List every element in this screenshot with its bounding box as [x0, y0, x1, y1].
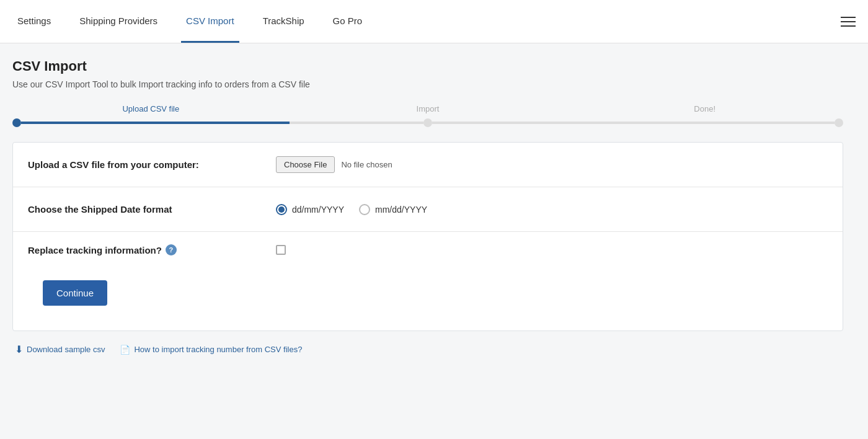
step-import-track: [290, 118, 567, 127]
download-csv-label: Download sample csv: [27, 345, 105, 354]
footer-links: ⬇ Download sample csv 📄 How to import tr…: [12, 344, 843, 355]
replace-tracking-row: Replace tracking information? ? Continue: [13, 232, 843, 330]
replace-tracking-label-text: Replace tracking information?: [28, 245, 162, 255]
menu-icon[interactable]: [841, 17, 856, 27]
steps-progress: Upload CSV file Import Done!: [12, 104, 843, 127]
replace-tracking-content: [276, 245, 286, 255]
step-done-track: [566, 118, 843, 127]
page-title: CSV Import: [12, 58, 843, 74]
step-done-line-left: [566, 122, 835, 124]
nav-tab-csv-import[interactable]: CSV Import: [181, 0, 239, 43]
nav-tab-shipping-providers[interactable]: Shipping Providers: [74, 0, 162, 43]
choose-file-button[interactable]: Choose File: [276, 156, 335, 173]
document-icon: 📄: [120, 345, 130, 355]
download-icon: ⬇: [15, 344, 23, 355]
nav-tab-settings[interactable]: Settings: [12, 0, 56, 43]
page-subtitle: Use our CSV Import Tool to bulk Import t…: [12, 79, 843, 89]
file-input-wrapper: Choose File No file chosen: [276, 156, 392, 173]
step-import: Import: [290, 104, 567, 127]
step-upload-line-right: [21, 122, 290, 124]
date-format-content: dd/mm/YYYY mm/dd/YYYY: [276, 204, 427, 215]
csv-import-card: Upload a CSV file from your computer: Ch…: [12, 142, 843, 331]
radio-dmy[interactable]: dd/mm/YYYY: [276, 204, 344, 215]
replace-tracking-label: Replace tracking information? ?: [28, 244, 276, 255]
nav-tab-go-pro[interactable]: Go Pro: [328, 0, 368, 43]
nav-tab-trackship[interactable]: TrackShip: [258, 0, 309, 43]
step-done-dot: [835, 118, 843, 127]
continue-button[interactable]: Continue: [43, 280, 107, 306]
step-upload: Upload CSV file: [12, 104, 290, 127]
date-format-label: Choose the Shipped Date format: [28, 204, 276, 215]
radio-dmy-label: dd/mm/YYYY: [292, 205, 344, 215]
step-import-line-left: [290, 122, 423, 124]
step-import-label: Import: [417, 104, 440, 113]
help-icon[interactable]: ?: [166, 244, 177, 255]
how-to-import-link[interactable]: 📄 How to import tracking number from CSV…: [120, 345, 302, 355]
step-done: Done!: [566, 104, 843, 127]
radio-mdy-label: mm/dd/YYYY: [375, 205, 427, 215]
step-upload-dot: [12, 118, 21, 127]
replace-tracking-checkbox[interactable]: [276, 245, 286, 255]
no-file-text: No file chosen: [341, 160, 392, 169]
page-content: CSV Import Use our CSV Import Tool to bu…: [0, 43, 856, 370]
download-sample-csv-link[interactable]: ⬇ Download sample csv: [15, 344, 105, 355]
radio-dmy-circle: [276, 204, 287, 215]
upload-row-content: Choose File No file chosen: [276, 156, 392, 173]
radio-mdy[interactable]: mm/dd/YYYY: [359, 204, 427, 215]
upload-row-label: Upload a CSV file from your computer:: [28, 159, 276, 170]
upload-row: Upload a CSV file from your computer: Ch…: [13, 143, 843, 187]
replace-tracking-inner: Replace tracking information? ?: [28, 244, 828, 268]
continue-btn-wrapper: Continue: [28, 268, 122, 330]
step-import-dot: [423, 118, 432, 127]
step-upload-track: [12, 118, 290, 127]
radio-mdy-circle: [359, 204, 370, 215]
how-to-import-label: How to import tracking number from CSV f…: [134, 345, 302, 354]
date-format-radio-group: dd/mm/YYYY mm/dd/YYYY: [276, 204, 427, 215]
step-done-label: Done!: [694, 104, 715, 113]
date-format-row: Choose the Shipped Date format dd/mm/YYY…: [13, 187, 843, 232]
top-navigation: Settings Shipping Providers CSV Import T…: [0, 0, 868, 43]
nav-tabs: Settings Shipping Providers CSV Import T…: [12, 0, 367, 43]
step-upload-label: Upload CSV file: [122, 104, 179, 113]
step-import-line-right: [432, 122, 566, 124]
